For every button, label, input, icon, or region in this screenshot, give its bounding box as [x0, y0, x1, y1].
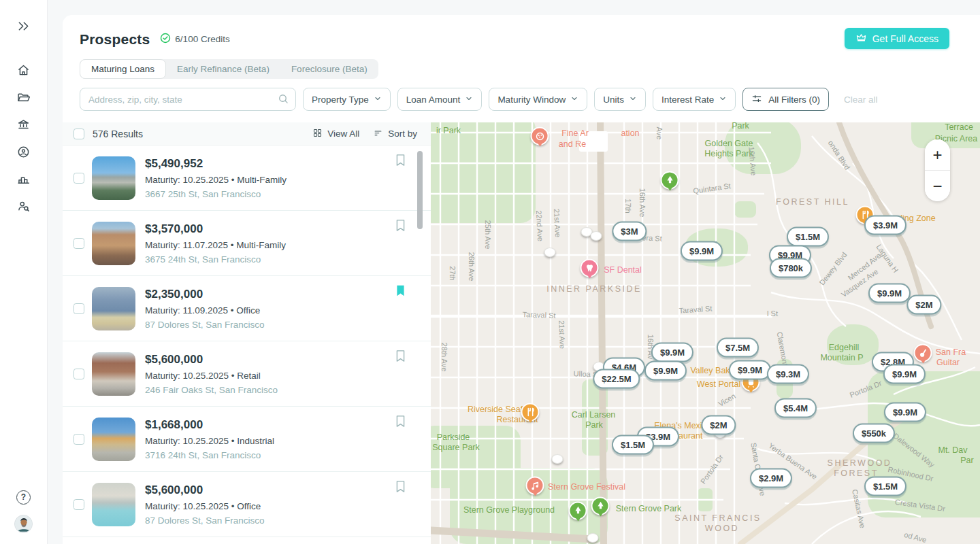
filter-label: Maturity Window [497, 95, 566, 105]
zoom-out-button[interactable]: − [925, 171, 950, 201]
map-price-marker[interactable]: $9.9M [868, 284, 911, 303]
loan-amount: $3,570,000 [145, 222, 286, 236]
filter-bar: Property TypeLoan AmountMaturity WindowU… [80, 88, 980, 111]
filter-units[interactable]: Units [594, 88, 646, 111]
map-canvas[interactable]: + − ir ParkParkGolden GateHeights ParkTe… [431, 122, 980, 544]
map-price-marker[interactable]: $9.9M [681, 241, 723, 261]
help-button[interactable]: ? [12, 485, 36, 509]
bookmark-icon[interactable] [395, 415, 406, 430]
avatar [14, 515, 33, 533]
neighborhood-label: SAINT FRANCIS [674, 513, 761, 523]
row-checkbox[interactable] [74, 499, 84, 510]
property-card[interactable]: $5,600,000Maturity: 10.25.2025 • Retail2… [63, 341, 431, 407]
bookmark-icon[interactable] [395, 350, 406, 365]
art-pin[interactable] [531, 127, 549, 146]
help-icon: ? [16, 490, 31, 505]
tab-maturing-loans[interactable]: Maturing Loans [80, 59, 166, 79]
bank-icon [16, 118, 31, 135]
street-label: 21st Ave [553, 209, 562, 238]
map-price-marker[interactable]: $1.5M [864, 477, 906, 496]
row-checkbox[interactable] [74, 173, 84, 184]
user-circle-icon [16, 145, 31, 162]
property-card[interactable]: $3,570,000Maturity: 11.07.2025 • Multi-F… [63, 211, 431, 276]
property-card[interactable]: $1,668,000Maturity: 10.25.2025 • Industr… [63, 407, 431, 472]
tree-pin[interactable] [661, 171, 679, 190]
clear-all-link[interactable]: Clear all [844, 95, 878, 105]
bookmark-icon[interactable] [395, 154, 406, 169]
row-checkbox[interactable] [74, 238, 84, 249]
map-price-marker[interactable]: $9.9M [644, 361, 687, 381]
tab-foreclosure-beta[interactable]: Foreclosure (Beta) [280, 59, 378, 79]
view-all-button[interactable]: View All [312, 128, 359, 140]
park-label: Mountain P [820, 353, 863, 362]
bookmark-icon[interactable] [395, 480, 406, 496]
property-photo [92, 418, 135, 461]
map-price-marker[interactable]: $9.9M [651, 343, 693, 362]
get-full-access-button[interactable]: Get Full Access [845, 28, 949, 49]
select-all-checkbox[interactable] [74, 129, 84, 139]
map-price-marker[interactable]: $3M [612, 222, 647, 241]
sort-by-button[interactable]: Sort by [373, 128, 417, 140]
search-input[interactable] [80, 88, 296, 111]
property-address: 87 Dolores St, San Francisco [145, 320, 265, 330]
maturity-and-type: Maturity: 11.09.2025 • Office [145, 305, 265, 316]
filter-loan-amount[interactable]: Loan Amount [397, 88, 483, 111]
filter-property-type[interactable]: Property Type [303, 88, 391, 111]
chevron-down-icon [719, 95, 727, 105]
bookmark-icon[interactable] [395, 284, 406, 300]
festival-pin[interactable] [526, 477, 544, 495]
park-label: Square Park [432, 443, 479, 452]
all-filters-button[interactable]: All Filters (0) [742, 88, 829, 111]
map-price-marker[interactable]: $9.9M [883, 364, 926, 384]
property-card[interactable]: $2,350,000Maturity: 11.09.2025 • Office8… [63, 276, 431, 341]
check-circle-icon [160, 33, 171, 46]
map-price-marker[interactable]: $550k [853, 424, 895, 443]
map-price-marker[interactable]: $9.9M [729, 360, 771, 380]
tree-pin[interactable] [591, 497, 610, 515]
map-price-marker[interactable]: $1.5M [612, 435, 654, 455]
sidebar-item-contacts[interactable] [12, 141, 36, 165]
sidebar-item-analytics[interactable] [12, 168, 36, 192]
sidebar-item-home[interactable] [12, 59, 36, 84]
map-price-marker[interactable]: $2M [906, 295, 941, 315]
list-scrollbar[interactable] [417, 151, 423, 229]
row-checkbox[interactable] [74, 303, 84, 314]
dental-pin[interactable] [581, 259, 599, 277]
map-price-marker[interactable]: $2.9M [750, 469, 792, 488]
user-avatar-button[interactable] [12, 511, 36, 536]
loan-amount: $5,600,000 [145, 353, 278, 367]
guitar-pin[interactable] [914, 344, 932, 362]
restaurant-pin[interactable] [521, 403, 540, 422]
property-card[interactable]: $5,600,000Maturity: 10.25.2025 • Office8… [63, 472, 431, 537]
map-dot-marker[interactable] [587, 533, 599, 543]
row-checkbox[interactable] [74, 434, 84, 445]
tree-pin[interactable] [569, 502, 587, 520]
map-price-marker[interactable]: $2M [701, 415, 736, 435]
map-price-marker[interactable]: $22.5M [593, 369, 640, 389]
map-price-marker[interactable]: $9.3M [767, 364, 809, 384]
row-checkbox[interactable] [74, 369, 84, 379]
property-info: $1,668,000Maturity: 10.25.2025 • Industr… [145, 418, 274, 460]
sidebar-item-portfolio[interactable] [12, 86, 36, 111]
map-dot-marker[interactable] [552, 454, 564, 464]
map-price-marker[interactable]: $780k [770, 258, 812, 278]
bookmark-icon[interactable] [395, 219, 406, 235]
expand-sidebar-button[interactable] [12, 15, 36, 39]
map-dot-marker[interactable] [591, 231, 602, 241]
filter-interest-rate[interactable]: Interest Rate [653, 88, 736, 111]
filter-dropdowns: Property TypeLoan AmountMaturity WindowU… [303, 88, 736, 111]
map-price-marker[interactable]: $5.4M [774, 398, 817, 418]
property-card[interactable]: $5,490,952Maturity: 10.25.2025 • Multi-F… [63, 146, 431, 211]
map-price-marker[interactable]: $9.9M [884, 403, 926, 422]
sidebar-item-lenders[interactable] [12, 114, 36, 138]
map-price-marker[interactable]: $7.5M [717, 338, 759, 358]
neighborhood-label: WOOD [705, 524, 739, 533]
tab-early-refinance-beta[interactable]: Early Refinance (Beta) [166, 59, 280, 79]
map-dot-marker[interactable] [544, 248, 556, 257]
map-price-marker[interactable]: $1.5M [787, 227, 829, 247]
zoom-in-button[interactable]: + [925, 139, 950, 170]
sidebar-item-prospecting[interactable] [12, 195, 36, 220]
map-price-marker[interactable]: $3.9M [864, 216, 906, 235]
get-full-access-label: Get Full Access [872, 33, 938, 44]
filter-maturity-window[interactable]: Maturity Window [489, 88, 587, 111]
